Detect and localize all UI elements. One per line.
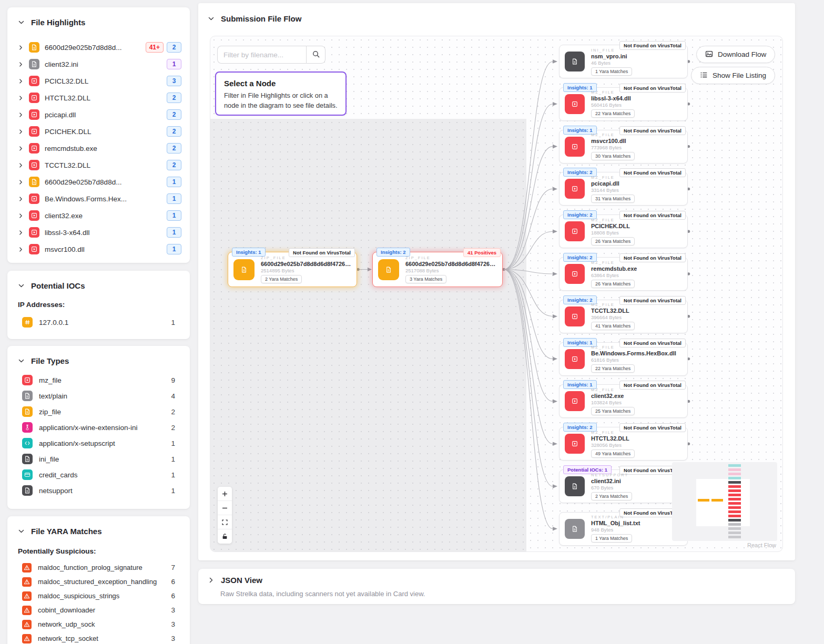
chevron-right-icon[interactable]: [18, 196, 24, 202]
chevron-right-icon[interactable]: [18, 62, 24, 67]
fit-view-button[interactable]: [218, 515, 232, 529]
file-highlight-row[interactable]: HTCTL32.DLL 2: [18, 89, 181, 106]
file-highlight-row[interactable]: client32.exe 1: [18, 207, 181, 224]
chevron-right-icon[interactable]: [18, 78, 24, 84]
extracted-zip-node[interactable]: Insights: 2 41 Positives ZIP_FILE 6600d2…: [372, 252, 503, 287]
warning-icon: [22, 606, 32, 615]
yara-matches-chip[interactable]: 41 Yara Matches: [591, 322, 635, 330]
yara-matches-chip[interactable]: 26 Yara Matches: [591, 280, 635, 288]
file-highlight-row[interactable]: PCICHEK.DLL 2: [18, 123, 181, 140]
chevron-right-icon[interactable]: [18, 95, 24, 101]
ioc-row[interactable]: 127.0.0.1 1: [22, 315, 178, 330]
yara-matches-chip[interactable]: 3 Yara Matches: [405, 275, 446, 283]
select-node-info-box: Select a Node Filter in File Highlights …: [215, 71, 347, 116]
minimap-node-bar: [728, 473, 741, 475]
yara-rule-row[interactable]: maldoc_structured_exception_handling 6: [22, 575, 178, 589]
chevron-right-icon[interactable]: [18, 162, 24, 168]
flow-minimap[interactable]: [672, 462, 777, 541]
node-file-name: pcicapi.dll: [591, 180, 635, 187]
file-node-card[interactable]: Insights: 2 Not Found on VirusTotal MZ_F…: [559, 214, 688, 248]
file-node-card[interactable]: Insights: 2 Not Found on VirusTotal MZ_F…: [559, 172, 688, 206]
yara-matches-chip[interactable]: 2 Yara Matches: [261, 275, 302, 283]
lock-toggle-button[interactable]: [218, 529, 232, 544]
file-type-row[interactable]: credit_cards 1: [22, 467, 178, 483]
minimap-viewport[interactable]: [696, 479, 750, 526]
yara-matches-chip[interactable]: 22 Yara Matches: [591, 364, 635, 373]
file-node-card[interactable]: Insights: 2 Not Found on VirusTotal MZ_F…: [559, 300, 688, 333]
file-highlights-header[interactable]: File Highlights: [18, 18, 85, 27]
chevron-down-icon[interactable]: [208, 15, 215, 22]
file-node-card[interactable]: Not Found on VirusTotal INI_FILE nsm_vpr…: [559, 45, 688, 78]
potential-iocs-header[interactable]: Potential IOCs: [18, 281, 85, 290]
yara-matches-chip[interactable]: 49 Yara Matches: [591, 449, 635, 458]
file-types-header[interactable]: File Types: [18, 356, 69, 365]
file-highlight-row[interactable]: msvcr100.dll 1: [18, 241, 181, 258]
search-button[interactable]: [306, 46, 325, 64]
file-highlight-row[interactable]: TCCTL32.DLL 2: [18, 157, 181, 173]
file-type-row[interactable]: netsupport 1: [22, 483, 178, 498]
file-highlight-row[interactable]: 6600d29e025b7d8d8d... 1: [18, 173, 181, 190]
json-view-header[interactable]: JSON View: [208, 576, 262, 585]
yara-rule-row[interactable]: network_tcp_socket 3: [22, 631, 178, 644]
yara-matches-chip[interactable]: 2 Yara Matches: [591, 492, 632, 500]
download-flow-button[interactable]: Download Flow: [696, 46, 775, 63]
yara-matches-chip[interactable]: 1 Yara Matches: [591, 534, 632, 543]
file-node-card[interactable]: Not Found on VirusTotal TEXT/PLAIN HTML_…: [559, 512, 688, 546]
chevron-down-icon[interactable]: [18, 528, 25, 535]
chevron-right-icon[interactable]: [18, 146, 24, 151]
chevron-right-icon[interactable]: [18, 129, 24, 135]
file-highlight-row[interactable]: libssl-3-x64.dll 1: [18, 224, 181, 241]
zoom-in-button[interactable]: [218, 487, 232, 501]
chevron-right-icon[interactable]: [18, 247, 24, 252]
chevron-right-icon[interactable]: [18, 230, 24, 236]
flow-section-header[interactable]: Submission File Flow: [208, 14, 301, 23]
file-node-card[interactable]: Insights: 1 Not Found on VirusTotal MZ_F…: [559, 130, 688, 163]
root-zip-node[interactable]: Insights: 1 Not Found on VirusTotal ZIP_…: [228, 252, 357, 287]
show-file-listing-button[interactable]: Show File Listing: [691, 67, 775, 84]
file-highlight-row[interactable]: 6600d29e025b7d8d8d... 41+ 2: [18, 39, 181, 56]
file-highlight-row[interactable]: remcmdstub.exe 2: [18, 140, 181, 157]
yara-matches-chip[interactable]: 30 Yara Matches: [591, 152, 635, 160]
yara-rule-row[interactable]: network_udp_sock 3: [22, 617, 178, 631]
file-type-row[interactable]: application/x-setupscript 1: [22, 435, 178, 451]
file-highlight-row[interactable]: Be.Windows.Forms.Hex... 1: [18, 190, 181, 207]
yara-matches-chip[interactable]: 25 Yara Matches: [591, 407, 635, 415]
file-type-row[interactable]: zip_file 2: [22, 404, 178, 420]
zoom-out-button[interactable]: [218, 501, 232, 515]
yara-rule-row[interactable]: cobint_downloader 3: [22, 603, 178, 617]
flow-canvas[interactable]: Select a Node Filter in File Highlights …: [210, 36, 783, 552]
file-type-row[interactable]: application/x-wine-extension-ini 2: [22, 420, 178, 435]
file-node-card[interactable]: Insights: 1 Not Found on VirusTotal MZ_F…: [559, 342, 688, 376]
file-type-count: 1: [171, 455, 178, 463]
yara-header[interactable]: File YARA Matches: [18, 527, 102, 536]
chevron-down-icon[interactable]: [18, 282, 25, 289]
file-type-row[interactable]: ini_file 1: [22, 451, 178, 467]
chevron-right-icon[interactable]: [18, 112, 24, 118]
file-highlight-row[interactable]: client32.ini 1: [18, 56, 181, 73]
file-node-card[interactable]: Potential IOCs: 1 Not Found on VirusTota…: [559, 469, 688, 503]
chevron-right-icon[interactable]: [208, 577, 215, 584]
yara-rule-row[interactable]: maldoc_function_prolog_signature 7: [22, 560, 178, 575]
yara-rule-count: 3: [171, 606, 178, 614]
yara-matches-chip[interactable]: 31 Yara Matches: [591, 195, 635, 203]
node-file-name: libssl-3-x64.dll: [591, 95, 635, 101]
file-highlight-row[interactable]: PCICL32.DLL 3: [18, 73, 181, 89]
chevron-down-icon[interactable]: [18, 19, 25, 26]
chevron-right-icon[interactable]: [18, 179, 24, 185]
chevron-right-icon[interactable]: [18, 213, 24, 219]
yara-matches-chip[interactable]: 26 Yara Matches: [591, 237, 635, 246]
file-node-card[interactable]: Insights: 2 Not Found on VirusTotal MZ_F…: [559, 427, 688, 461]
chevron-down-icon[interactable]: [18, 357, 25, 364]
chevron-right-icon[interactable]: [18, 45, 24, 50]
mz-file-icon: [29, 244, 39, 254]
file-type-row[interactable]: text/plain 4: [22, 388, 178, 404]
file-node-card[interactable]: Insights: 1 Not Found on VirusTotal MZ_F…: [559, 384, 688, 418]
yara-rule-row[interactable]: maldoc_suspicious_strings 6: [22, 589, 178, 603]
yara-matches-chip[interactable]: 1 Yara Matches: [591, 67, 632, 76]
file-node-card[interactable]: Insights: 2 Not Found on VirusTotal MZ_F…: [559, 257, 688, 291]
file-type-row[interactable]: mz_file 9: [22, 372, 178, 388]
file-node-card[interactable]: Insights: 1 Not Found on VirusTotal MZ_F…: [559, 87, 688, 121]
filter-input[interactable]: [217, 46, 306, 64]
yara-matches-chip[interactable]: 22 Yara Matches: [591, 109, 635, 118]
file-highlight-row[interactable]: pcicapi.dll 2: [18, 106, 181, 123]
